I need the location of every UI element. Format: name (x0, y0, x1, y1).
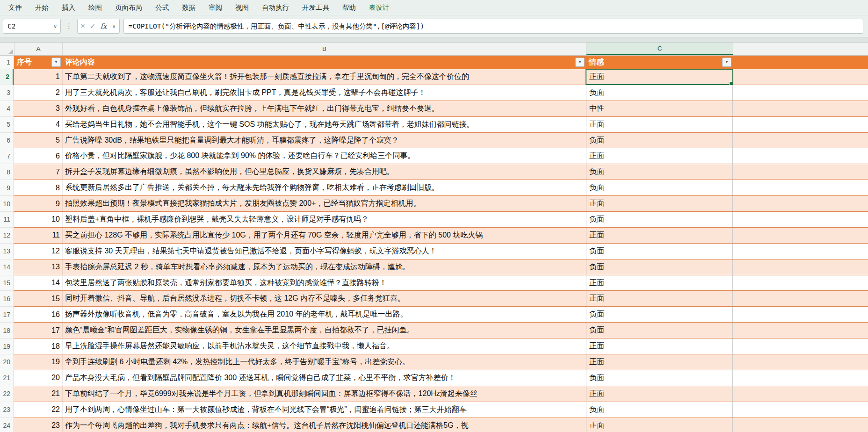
row-number[interactable]: 14 (0, 259, 14, 275)
seq-cell[interactable]: 12 (14, 244, 62, 259)
sentiment-cell[interactable]: 负面 (586, 212, 733, 227)
comment-cell[interactable]: 买之前担心 128G 不够用，实际系统占用比宣传少 10G，用了两个月还有 70… (62, 228, 586, 243)
select-all-corner[interactable] (0, 43, 14, 55)
row-number[interactable]: 7 (0, 148, 14, 164)
comment-cell[interactable]: 买给老妈当生日礼物，她不会用智能手机，这个一键 SOS 功能太贴心了，现在她每天… (62, 117, 586, 132)
comment-cell[interactable]: 手表抬腕亮屏总延迟 2 秒，骑单车时想看心率必须减速，原本为了运动买的，现在变成… (62, 259, 586, 275)
row-number[interactable]: 4 (0, 101, 14, 117)
row-number[interactable]: 6 (0, 133, 14, 149)
filter-button-sentiment[interactable]: ▼ (722, 58, 731, 67)
menu-item[interactable]: 视图 (235, 3, 249, 12)
sentiment-cell[interactable]: 中性 (586, 101, 733, 116)
row-number[interactable]: 23 (0, 402, 14, 418)
sentiment-cell[interactable]: 负面 (586, 180, 733, 195)
seq-cell[interactable]: 2 (14, 85, 62, 101)
seq-cell[interactable]: 17 (14, 323, 62, 338)
sentiment-cell[interactable]: 负面 (586, 164, 733, 180)
menu-item[interactable]: 表设计 (369, 3, 390, 12)
comment-cell[interactable]: 塑料后盖+直角中框，裸机手感廉价到想哭，戴壳又失去轻薄意义，设计师是对手感有仇吗… (62, 212, 586, 227)
sentiment-cell[interactable]: 负面 (586, 402, 733, 418)
sentiment-cell[interactable]: 正面 (586, 69, 733, 85)
comment-cell[interactable]: 用了三天就死机两次，客服还让我自己刷机，刷完依旧卡成 PPT，真是花钱买罪受，这… (62, 85, 586, 101)
seq-cell[interactable]: 3 (14, 101, 62, 116)
comment-cell[interactable]: 下单前纠结了一个月，毕竟6999对我来说是半个月工资，但拿到真机那刻瞬间回血：屏… (62, 386, 586, 402)
comment-cell[interactable]: 拆开盒子发现屏幕边缘有细微划痕，虽然不影响使用，但心里总膈应，换货又嫌麻烦，先凑… (62, 164, 586, 180)
header-cell-sentiment[interactable]: 情感 ▼ (586, 56, 733, 69)
seq-cell[interactable]: 13 (14, 259, 62, 275)
row-number[interactable]: 13 (0, 244, 14, 259)
row-number[interactable]: 24 (0, 418, 14, 432)
sentiment-cell[interactable]: 负面 (586, 85, 733, 101)
sentiment-cell[interactable]: 正面 (586, 148, 733, 164)
sentiment-cell[interactable]: 正面 (586, 338, 733, 354)
menu-item[interactable]: 开发工具 (302, 3, 329, 12)
row-number[interactable]: 17 (0, 307, 14, 323)
comment-cell[interactable]: 拍照效果超出预期！夜景模式直接把我家猫拍成大片，发朋友圈被点赞 200+，已经当… (62, 196, 586, 211)
menu-item[interactable]: 插入 (62, 3, 75, 12)
name-box[interactable]: C2 ∨ (3, 19, 61, 34)
row-number[interactable]: 3 (0, 85, 14, 101)
menu-item[interactable]: 文件 (8, 3, 22, 12)
sentiment-cell[interactable]: 正面 (586, 275, 733, 291)
sentiment-cell[interactable]: 正面 (586, 291, 733, 306)
seq-cell[interactable]: 14 (14, 275, 62, 291)
row-number[interactable]: 12 (0, 228, 14, 244)
seq-cell[interactable]: 4 (14, 117, 62, 132)
seq-cell[interactable]: 5 (14, 133, 62, 148)
filter-button-comment[interactable]: ▼ (575, 58, 585, 67)
seq-cell[interactable]: 1 (14, 69, 62, 85)
filter-button-seq[interactable]: ▼ (51, 58, 61, 67)
insert-function-icon[interactable]: fx (101, 22, 107, 30)
comment-cell[interactable]: 外观好看，白色机身摆在桌上像装饰品，但续航实在拉胯，上午满电下午就红，出门得带充… (62, 101, 586, 116)
comment-cell[interactable]: 同时开着微信、抖音、导航，后台居然没杀进程，切换不卡顿，这 12G 内存不是噱头… (62, 291, 586, 306)
seq-cell[interactable]: 7 (14, 164, 62, 180)
seq-cell[interactable]: 23 (14, 418, 62, 432)
seq-cell[interactable]: 20 (14, 370, 62, 386)
row-number[interactable]: 19 (0, 338, 14, 354)
sentiment-cell[interactable]: 正面 (586, 228, 733, 243)
comment-cell[interactable]: 系统更新后居然多出了广告推送，关都关不掉，每天醒来先给我弹个购物弹窗，吃相太难看… (62, 180, 586, 195)
fill-handle[interactable] (729, 81, 733, 85)
seq-cell[interactable]: 8 (14, 180, 62, 195)
row-number[interactable]: 20 (0, 354, 14, 370)
comment-cell[interactable]: 广告说降噪 30dB，结果地铁里只能把音量调到最大才能听清，耳膜都震疼了，这降噪… (62, 133, 586, 148)
column-header-b[interactable]: B (63, 43, 586, 55)
comment-cell[interactable]: 颜色“晨曦金”和官网图差距巨大，实物像生锈的铜，女生拿在手里显黑两个度，自拍都救… (62, 323, 586, 338)
menu-item[interactable]: 数据 (182, 3, 195, 12)
row-number[interactable]: 2 (0, 69, 14, 85)
sentiment-cell[interactable]: 负面 (586, 259, 733, 275)
row-number[interactable]: 5 (0, 117, 14, 133)
menu-item[interactable]: 绘图 (88, 3, 102, 12)
sentiment-cell[interactable]: 负面 (586, 323, 733, 338)
seq-cell[interactable]: 22 (14, 402, 62, 418)
menu-item[interactable]: 审阅 (209, 3, 222, 12)
sentiment-cell[interactable]: 正面 (586, 386, 733, 402)
comment-cell[interactable]: 拿到手连续刷剧 6 小时电量还剩 42%，发热控制比上一代好太多，终于告别“暖手… (62, 354, 586, 370)
menu-item[interactable]: 页面布局 (115, 3, 142, 12)
menu-item[interactable]: 自动执行 (262, 3, 289, 12)
seq-cell[interactable]: 11 (14, 228, 62, 243)
row-number[interactable]: 9 (0, 180, 14, 196)
row-number[interactable]: 8 (0, 164, 14, 180)
column-header-a[interactable]: A (14, 43, 63, 55)
menu-item[interactable]: 公式 (155, 3, 169, 12)
row-number[interactable]: 18 (0, 323, 14, 338)
row-number[interactable]: 15 (0, 275, 14, 291)
comment-cell[interactable]: 产品本身没大毛病，但看到隔壁品牌同配置降价 300 还送耳机，瞬间觉得自己成了韭… (62, 370, 586, 386)
sentiment-cell[interactable]: 负面 (586, 307, 733, 322)
column-header-c[interactable]: C (586, 43, 733, 55)
seq-cell[interactable]: 18 (14, 338, 62, 354)
row-number[interactable]: 21 (0, 370, 14, 386)
comment-cell[interactable]: 早上洗脸湿手操作屏幕居然还能灵敏响应，以前手机沾水就失灵，这个细节直接戳中我，懒… (62, 338, 586, 354)
comment-cell[interactable]: 包装里居然送了两张贴膜和原装壳，通常别家都要单独买，这种被宠到的感觉谁懂？直接路… (62, 275, 586, 291)
header-cell-seq[interactable]: 序号 ▼ (14, 56, 62, 69)
confirm-icon[interactable]: ✓ (90, 22, 96, 30)
header-cell-comment[interactable]: 评论内容 ▼ (62, 56, 586, 69)
name-box-chevron-icon[interactable]: ∨ (52, 23, 60, 29)
formula-input[interactable]: =COPILOT("分析评论内容的情感极性，用正面、负面、中性表示，没有其他分类… (123, 19, 863, 34)
menu-item[interactable]: 帮助 (342, 3, 356, 12)
sentiment-cell[interactable]: 正面 (586, 418, 733, 432)
sentiment-cell[interactable]: 正面 (586, 117, 733, 132)
seq-cell[interactable]: 19 (14, 354, 62, 370)
menu-item[interactable]: 开始 (35, 3, 49, 12)
